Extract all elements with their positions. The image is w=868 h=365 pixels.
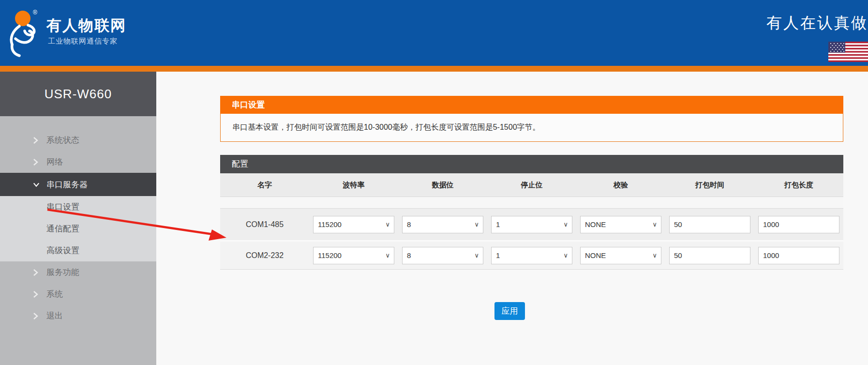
sidebar-subitem-label: 通信配置 <box>46 223 79 234</box>
chevron-right-icon <box>33 312 40 320</box>
sidebar-item-label: 服务功能 <box>46 267 79 278</box>
sidebar-item-label: 系统状态 <box>46 135 79 146</box>
device-model: USR-W660 <box>45 87 112 102</box>
column-header-baud: 波特率 <box>309 181 398 190</box>
device-block: USR-W660 <box>0 72 156 116</box>
sidebar-item-label: 退出 <box>46 310 63 321</box>
section-title-bar: 串口设置 <box>220 96 843 114</box>
pack-time-input[interactable] <box>669 247 750 264</box>
sidebar-item-system[interactable]: 系统 <box>0 283 156 305</box>
sidebar-menu: 系统状态 网络 串口服务器 串口设置 通信配置 <box>0 116 156 327</box>
apply-button[interactable]: 应用 <box>494 302 525 320</box>
config-title: 配置 <box>232 159 248 168</box>
pack-length-input[interactable] <box>758 247 839 264</box>
data-bits-select[interactable]: 8 <box>402 216 483 233</box>
row-name: COM2-232 <box>220 251 309 260</box>
table-row-com1: COM1-485 115200 ∨ 8 ∨ 1 ∨ NONE ∨ <box>220 209 843 240</box>
sidebar-subitem-label: 高级设置 <box>46 245 79 256</box>
parity-select[interactable]: NONE <box>580 247 661 264</box>
header-tagline: 有人在认真做 <box>766 13 868 34</box>
chevron-right-icon <box>33 158 40 166</box>
parity-select[interactable]: NONE <box>580 216 661 233</box>
brand-slogan: 工业物联网通信专家 <box>48 37 118 46</box>
config-section: 配置 名字 波特率 数据位 停止位 校验 打包时间 打包长度 COM1-485 … <box>220 155 843 270</box>
table-spacer-row <box>220 197 843 209</box>
row-name: COM1-485 <box>220 220 309 229</box>
sidebar: USR-W660 系统状态 网络 串口服务器 <box>0 72 156 365</box>
table-header-row: 名字 波特率 数据位 停止位 校验 打包时间 打包长度 <box>220 173 843 197</box>
sidebar-item-label: 系统 <box>46 289 63 300</box>
section-title: 串口设置 <box>232 100 265 109</box>
config-title-bar: 配置 <box>220 155 843 173</box>
chevron-right-icon <box>33 269 40 276</box>
usr-mascot-logo-icon: ® <box>5 8 44 58</box>
section-description: 串口基本设置，打包时间可设置范围是10-3000毫秒，打包长度可设置范围是5-1… <box>232 123 540 131</box>
sidebar-subitem-serial-settings[interactable]: 串口设置 <box>0 196 156 218</box>
baud-select[interactable]: 115200 <box>313 216 394 233</box>
pack-time-input[interactable] <box>669 216 750 233</box>
serial-settings-section: 串口设置 串口基本设置，打包时间可设置范围是10-3000毫秒，打包长度可设置范… <box>220 96 843 142</box>
sidebar-subitem-label: 串口设置 <box>46 201 79 213</box>
table-row-com2: COM2-232 115200 ∨ 8 ∨ 1 ∨ NONE ∨ <box>220 242 843 270</box>
sidebar-subitem-advanced-settings[interactable]: 高级设置 <box>0 240 156 261</box>
section-description-box: 串口基本设置，打包时间可设置范围是10-3000毫秒，打包长度可设置范围是5-1… <box>220 114 843 142</box>
sidebar-item-label: 串口服务器 <box>46 179 88 190</box>
column-header-stop-bits: 停止位 <box>487 181 576 190</box>
sidebar-item-serial-server[interactable]: 串口服务器 <box>0 173 156 196</box>
registered-mark: ® <box>33 9 37 16</box>
stop-bits-select[interactable]: 1 <box>491 216 572 233</box>
chevron-down-icon <box>33 182 40 187</box>
column-header-data-bits: 数据位 <box>398 181 487 190</box>
orange-divider <box>0 66 868 72</box>
chevron-right-icon <box>33 137 40 144</box>
page: ® 有人物联网 工业物联网通信专家 有人在认真做 <box>0 0 868 365</box>
sidebar-item-label: 网络 <box>46 156 63 167</box>
column-header-pack-time: 打包时间 <box>665 181 754 190</box>
top-header: ® 有人物联网 工业物联网通信专家 有人在认真做 <box>0 0 868 66</box>
chevron-right-icon <box>33 290 40 298</box>
data-bits-select[interactable]: 8 <box>402 247 483 264</box>
serial-server-submenu: 串口设置 通信配置 高级设置 <box>0 196 156 261</box>
sidebar-item-service-functions[interactable]: 服务功能 <box>0 261 156 283</box>
stop-bits-select[interactable]: 1 <box>491 247 572 264</box>
sidebar-item-system-status[interactable]: 系统状态 <box>0 129 156 151</box>
sidebar-item-network[interactable]: 网络 <box>0 151 156 173</box>
column-header-name: 名字 <box>220 181 309 190</box>
baud-select[interactable]: 115200 <box>313 247 394 264</box>
us-flag-language-icon[interactable] <box>828 42 868 62</box>
column-header-parity: 校验 <box>576 181 665 190</box>
sidebar-subitem-comm-config[interactable]: 通信配置 <box>0 218 156 240</box>
brand-name: 有人物联网 <box>46 15 126 36</box>
sidebar-item-logout[interactable]: 退出 <box>0 305 156 327</box>
pack-length-input[interactable] <box>758 216 839 233</box>
column-header-pack-length: 打包长度 <box>754 181 843 190</box>
